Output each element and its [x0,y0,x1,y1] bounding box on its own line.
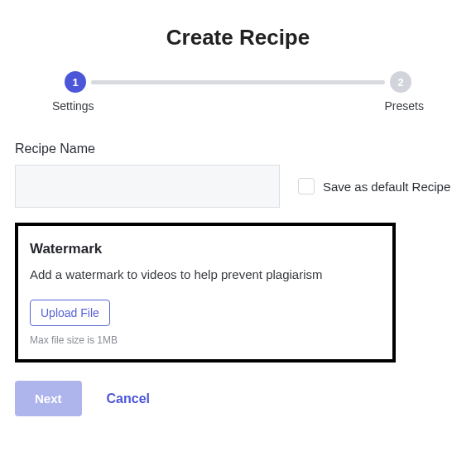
step-labels: Settings Presets [15,99,461,113]
cancel-button[interactable]: Cancel [107,391,150,406]
watermark-description: Add a watermark to videos to help preven… [30,267,381,281]
next-button[interactable]: Next [15,381,82,416]
recipe-name-label: Recipe Name [15,142,461,156]
watermark-note: Max file size is 1MB [30,334,381,346]
save-default-label: Save as default Recipe [323,180,450,194]
watermark-title: Watermark [30,241,381,257]
action-row: Next Cancel [15,381,461,416]
step-2-label: Presets [385,99,424,113]
page-title: Create Recipe [15,25,461,50]
recipe-name-input[interactable] [15,165,280,208]
step-2-circle: 2 [390,71,411,93]
upload-file-button[interactable]: Upload File [30,300,110,326]
save-default-checkbox[interactable] [298,178,315,194]
step-1-label: Settings [52,99,94,113]
stepper: 1 2 [15,71,461,93]
watermark-section: Watermark Add a watermark to videos to h… [15,223,396,363]
step-line [91,80,385,84]
step-1-circle: 1 [65,71,86,93]
